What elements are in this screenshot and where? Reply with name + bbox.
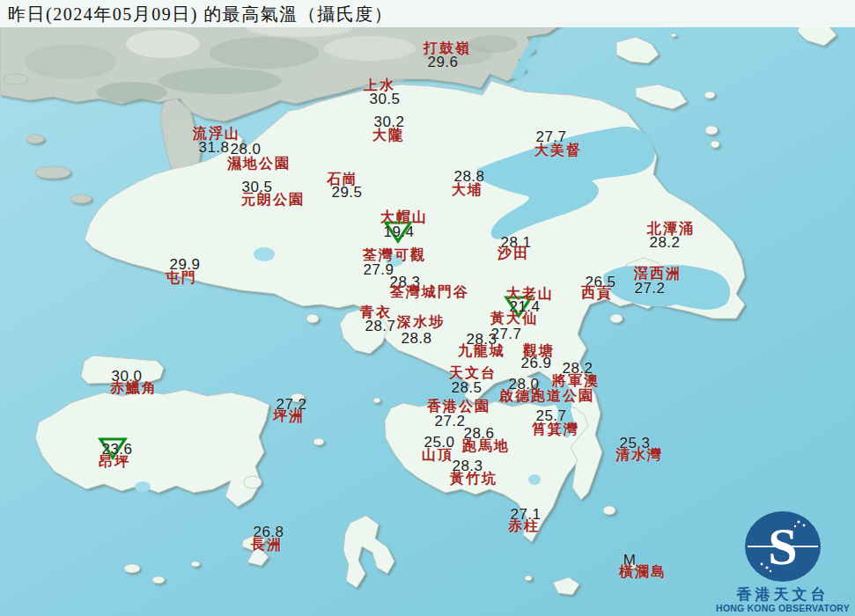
station-name: 橫瀾島 (619, 563, 667, 582)
station-name: 長洲 (251, 536, 283, 554)
station-name: 香港公園 (427, 398, 490, 416)
station-name: 啟德跑道公園 (499, 387, 594, 406)
station-name: 屯門 (166, 269, 197, 288)
logo-english-name: HONG KONG OBSERVATORY (716, 603, 850, 614)
station-name: 清水灣 (615, 446, 663, 465)
title-bar: 昨日(2024年05月09日) 的最高氣溫（攝氏度） (0, 0, 855, 27)
station-name: 打鼓嶺 (424, 40, 471, 58)
station-name: 跑馬地 (462, 437, 510, 456)
station-value: 28.8 (401, 330, 431, 348)
station-name: 青衣 (360, 304, 392, 322)
station-name: 荃灣城門谷 (390, 283, 469, 302)
hko-logo: S 香港天文台 HONG KONG OBSERVATORY (716, 510, 850, 614)
station-name: 山頂 (422, 446, 453, 465)
station-name: 天文台 (449, 364, 497, 383)
station-name: 大老山 (506, 285, 554, 304)
page-title: 昨日(2024年05月09日) 的最高氣溫（攝氏度） (8, 3, 393, 26)
station-name: 黃大仙 (490, 310, 538, 328)
station-name: 濕地公園 (227, 155, 291, 173)
station-name: 昂坪 (99, 453, 130, 472)
station-name: 大帽山 (380, 209, 428, 227)
station-name: 西貢 (581, 284, 613, 303)
station-name: 沙田 (498, 245, 529, 263)
station-name: 九龍城 (458, 342, 505, 361)
station-name: 黃竹坑 (450, 470, 498, 488)
station-name: 赤鱲角 (110, 379, 158, 398)
station-name: 石崗 (327, 171, 358, 189)
station-name: 北潭涌 (647, 220, 695, 238)
hko-logo-emblem: S (741, 510, 825, 583)
station-name: 大隴 (372, 127, 404, 145)
station-name: 荃灣可觀 (363, 246, 426, 265)
station-name: 滘西洲 (634, 265, 682, 283)
station-name: 深水埗 (397, 313, 445, 332)
station-name: 大埔 (452, 181, 483, 200)
logo-s-glyph: S (768, 517, 797, 576)
station-name: 元朗公園 (241, 191, 305, 209)
station-name: 筲箕灣 (532, 421, 579, 439)
station-name: 坪洲 (273, 407, 305, 426)
station-name: 大美督 (534, 142, 582, 160)
station-name: 赤柱 (508, 517, 540, 536)
logo-chinese-name: 香港天文台 (716, 587, 850, 603)
station-name: 觀塘 (523, 342, 555, 361)
station-name: 上水 (364, 77, 395, 95)
hko-max-temperature-map: 29.6打鼓嶺30.5上水30.2大隴31.8流浮山28.0濕地公園30.5元朗… (0, 0, 855, 616)
